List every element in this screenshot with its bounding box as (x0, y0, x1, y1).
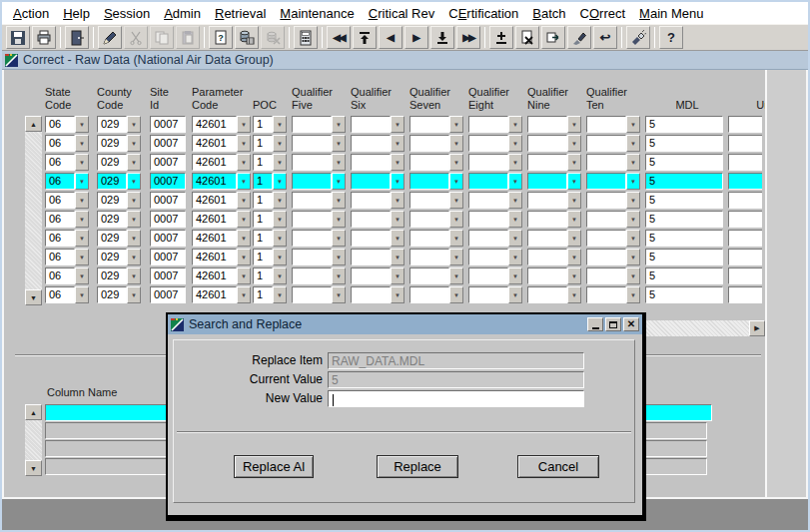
q8-dropdown[interactable]: ▼ (508, 116, 522, 133)
q5-dropdown[interactable]: ▼ (332, 154, 346, 171)
print-button[interactable] (32, 26, 56, 49)
poc-field[interactable]: 1 (253, 116, 273, 133)
poc-dropdown[interactable]: ▼ (273, 135, 287, 152)
q7-field[interactable] (409, 154, 449, 171)
mdl-field[interactable]: 5 (645, 267, 723, 284)
q7-field[interactable] (409, 116, 449, 133)
q9-dropdown[interactable]: ▼ (567, 116, 581, 133)
state-field[interactable]: 06 (45, 249, 75, 266)
poc-dropdown[interactable]: ▼ (273, 230, 287, 247)
q7-dropdown[interactable]: ▼ (449, 230, 463, 247)
parameter-dropdown[interactable]: ▼ (237, 173, 251, 190)
poc-dropdown[interactable]: ▼ (273, 267, 287, 284)
poc-field[interactable]: 1 (253, 286, 273, 303)
mdl-field[interactable]: 5 (645, 211, 723, 228)
q10-field[interactable] (586, 173, 626, 190)
state-dropdown[interactable]: ▼ (75, 116, 89, 133)
q5-field[interactable] (292, 192, 332, 209)
q6-dropdown[interactable]: ▼ (391, 116, 405, 133)
parameter-field[interactable]: 42601 (192, 135, 237, 152)
county-dropdown[interactable]: ▼ (127, 135, 141, 152)
q8-field[interactable] (468, 267, 508, 284)
q9-dropdown[interactable]: ▼ (567, 267, 581, 284)
mdl-field[interactable]: 5 (645, 249, 723, 266)
q6-field[interactable] (351, 211, 391, 228)
state-dropdown[interactable]: ▼ (75, 154, 89, 171)
q10-dropdown[interactable]: ▼ (626, 135, 640, 152)
county-dropdown[interactable]: ▼ (127, 211, 141, 228)
state-dropdown[interactable]: ▼ (75, 173, 89, 190)
county-dropdown[interactable]: ▼ (127, 230, 141, 247)
unc-field[interactable] (728, 211, 762, 228)
parameter-field[interactable]: 42601 (192, 173, 237, 190)
state-field[interactable]: 06 (45, 211, 75, 228)
mdl-field[interactable]: 5 (645, 135, 723, 152)
county-dropdown[interactable]: ▼ (127, 286, 141, 303)
county-field[interactable]: 029 (97, 154, 127, 171)
scroll-up-button[interactable]: ▲ (25, 404, 42, 420)
q8-dropdown[interactable]: ▼ (508, 135, 522, 152)
q6-dropdown[interactable]: ▼ (391, 211, 405, 228)
poc-field[interactable]: 1 (253, 154, 273, 171)
q7-dropdown[interactable]: ▼ (449, 116, 463, 133)
mdl-field[interactable]: 5 (645, 154, 723, 171)
mdl-field[interactable]: 5 (645, 286, 723, 303)
q6-dropdown[interactable]: ▼ (391, 154, 405, 171)
state-field[interactable]: 06 (45, 230, 75, 247)
q10-field[interactable] (586, 154, 626, 171)
help-button[interactable]: ? (659, 26, 683, 49)
county-dropdown[interactable]: ▼ (127, 192, 141, 209)
site-field[interactable]: 0007 (150, 135, 186, 152)
q8-field[interactable] (468, 116, 508, 133)
q9-field[interactable] (527, 249, 567, 266)
q6-field[interactable] (351, 192, 391, 209)
parameter-field[interactable]: 42601 (192, 249, 237, 266)
q8-field[interactable] (468, 211, 508, 228)
copy-button[interactable] (150, 26, 174, 49)
edit-button[interactable] (98, 26, 122, 49)
menu-batch[interactable]: Batch (525, 4, 572, 23)
q6-field[interactable] (351, 173, 391, 190)
state-dropdown[interactable]: ▼ (75, 286, 89, 303)
menu-correct[interactable]: COrrect (573, 4, 633, 23)
q8-dropdown[interactable]: ▼ (508, 211, 522, 228)
q6-dropdown[interactable]: ▼ (391, 286, 405, 303)
q9-dropdown[interactable]: ▼ (567, 249, 581, 266)
q5-field[interactable] (292, 116, 332, 133)
q8-field[interactable] (468, 286, 508, 303)
poc-field[interactable]: 1 (253, 173, 273, 190)
poc-dropdown[interactable]: ▼ (273, 249, 287, 266)
execute-query-button[interactable] (235, 26, 259, 49)
cancel-button[interactable]: Cancel (517, 455, 599, 478)
poc-dropdown[interactable]: ▼ (273, 116, 287, 133)
q8-dropdown[interactable]: ▼ (508, 173, 522, 190)
site-field[interactable]: 0007 (150, 249, 186, 266)
q8-field[interactable] (468, 192, 508, 209)
scroll-track[interactable] (25, 132, 42, 289)
q10-dropdown[interactable]: ▼ (626, 249, 640, 266)
q8-field[interactable] (468, 249, 508, 266)
replace-all-button[interactable]: Replace Al (234, 455, 314, 478)
state-dropdown[interactable]: ▼ (75, 267, 89, 284)
parameter-dropdown[interactable]: ▼ (237, 211, 251, 228)
q10-field[interactable] (586, 267, 626, 284)
q9-dropdown[interactable]: ▼ (567, 154, 581, 171)
poc-dropdown[interactable]: ▼ (273, 154, 287, 171)
q7-field[interactable] (409, 135, 449, 152)
next-record-button[interactable]: ▶ (405, 26, 428, 49)
enter-query-button[interactable]: ? (209, 26, 233, 49)
save-button[interactable] (6, 26, 30, 49)
poc-field[interactable]: 1 (253, 230, 273, 247)
q5-field[interactable] (292, 230, 332, 247)
unc-field[interactable] (728, 286, 762, 303)
q7-dropdown[interactable]: ▼ (449, 154, 463, 171)
q5-dropdown[interactable]: ▼ (332, 286, 346, 303)
parameter-dropdown[interactable]: ▼ (237, 116, 251, 133)
county-field[interactable]: 029 (97, 192, 127, 209)
q9-dropdown[interactable]: ▼ (567, 230, 581, 247)
state-dropdown[interactable]: ▼ (75, 211, 89, 228)
county-field[interactable]: 029 (97, 116, 127, 133)
q5-field[interactable] (292, 211, 332, 228)
poc-dropdown[interactable]: ▼ (273, 211, 287, 228)
scroll-track[interactable] (25, 420, 42, 460)
